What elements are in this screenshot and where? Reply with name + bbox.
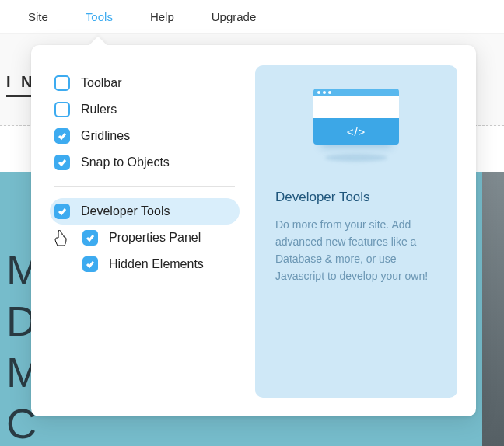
check-label-hidden: Hidden Elements <box>109 257 204 271</box>
check-label-gridlines: Gridlines <box>81 129 130 143</box>
code-icon: </> <box>313 118 399 145</box>
check-row-hidden[interactable]: Hidden Elements <box>50 251 240 277</box>
check-label-snap: Snap to Objects <box>81 155 170 169</box>
browser-mock-body <box>313 96 399 118</box>
check-row-toolbar[interactable]: Toolbar <box>50 70 240 96</box>
check-row-gridlines[interactable]: Gridlines <box>50 123 240 149</box>
browser-mock-icon: </> <box>313 89 399 145</box>
check-label-rulers: Rulers <box>81 103 117 117</box>
menu-tools[interactable]: Tools <box>86 10 113 23</box>
checkbox-devtools[interactable] <box>54 204 70 219</box>
menu-help[interactable]: Help <box>150 10 174 23</box>
tools-dropdown-panel: Toolbar Rulers Gridlines Snap to Objects <box>31 45 476 416</box>
checkbox-rulers[interactable] <box>54 102 70 117</box>
checkbox-hidden[interactable] <box>82 256 98 272</box>
backdrop-image-edge <box>482 172 504 446</box>
info-card: </> Developer Tools Do more from your si… <box>255 65 457 398</box>
menu-site[interactable]: Site <box>28 10 48 23</box>
check-label-devtools: Developer Tools <box>81 204 170 218</box>
browser-mock-titlebar <box>313 89 399 96</box>
check-label-properties: Properties Panel <box>109 231 201 245</box>
info-card-body: Do more from your site. Add advanced new… <box>275 216 437 284</box>
checkbox-snap[interactable] <box>54 155 70 170</box>
checklist-divider <box>54 186 235 187</box>
check-row-devtools[interactable]: Developer Tools <box>50 198 240 225</box>
top-menubar: Site Tools Help Upgrade <box>0 0 504 34</box>
check-row-properties[interactable]: Properties Panel <box>50 225 240 251</box>
info-card-title: Developer Tools <box>275 190 370 205</box>
checkbox-gridlines[interactable] <box>54 128 70 144</box>
menu-upgrade[interactable]: Upgrade <box>212 10 257 23</box>
illustration-shadow <box>325 154 387 162</box>
checkbox-toolbar[interactable] <box>54 75 70 91</box>
checkbox-properties[interactable] <box>82 230 98 246</box>
tools-checklist: Toolbar Rulers Gridlines Snap to Objects <box>50 65 255 398</box>
check-row-rulers[interactable]: Rulers <box>50 96 240 123</box>
check-label-toolbar: Toolbar <box>81 76 121 90</box>
check-row-snap[interactable]: Snap to Objects <box>50 149 240 176</box>
devtools-illustration: </> <box>313 89 399 162</box>
